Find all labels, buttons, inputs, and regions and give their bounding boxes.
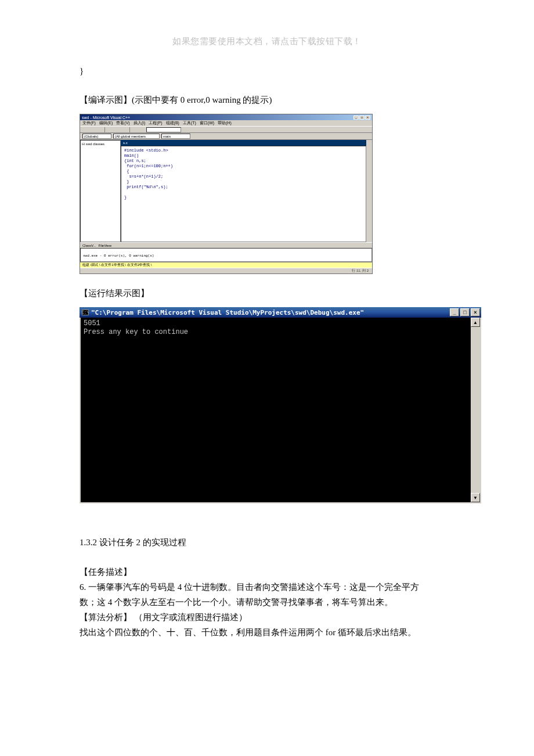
ide-lower-tabs: ClassV... FileView <box>80 242 372 248</box>
ide-screenshot: swd - Microsoft Visual C++ _ □ × 文件(F) 编… <box>80 114 373 274</box>
cmd-icon: C:\ <box>82 309 89 315</box>
ide-classview[interactable]: swd classes <box>80 140 121 242</box>
toolbar-sep <box>129 127 130 132</box>
console-titlebar: C:\ "C:\Program Files\Microsoft Visual S… <box>80 307 481 318</box>
ide-output[interactable]: swd.exe - 0 error(s), 0 warning(s) <box>80 248 372 262</box>
menu-item[interactable]: 窗口(W) <box>200 120 214 126</box>
compile-section-label: 【编译示图】(示图中要有 0 error,0 warning 的提示) <box>80 95 457 106</box>
console-title-lead: C:\ "C:\Program Files\Microsoft Visual S… <box>82 309 364 316</box>
toolbar-button[interactable] <box>114 127 120 132</box>
menu-item[interactable]: 组建(B) <box>166 120 179 126</box>
menu-item[interactable]: 查看(V) <box>116 120 129 126</box>
algo-text-1: 找出这个四位数的个、十、百、千位数，利用题目条件运用两个 <box>80 628 326 637</box>
scroll-up-icon[interactable]: ▲ <box>471 318 480 327</box>
ide-body: swd classes s.c #include <stdio.h> main(… <box>80 140 372 242</box>
menu-item[interactable]: 工程(P) <box>149 120 162 126</box>
code-area[interactable]: #include <stdio.h> main() {int n,s; for(… <box>121 146 366 242</box>
toolbar-button[interactable] <box>96 127 102 132</box>
ide-statusbar: 行 11, 列 2 <box>80 268 372 273</box>
menu-item[interactable]: 帮助(H) <box>218 120 232 126</box>
ide-editor: s.c #include <stdio.h> main() {int n,s; … <box>121 140 366 242</box>
close-icon[interactable]: × <box>471 308 480 316</box>
console-body: 5051 Press any key to continue ▲ ▼ <box>80 318 481 503</box>
scroll-down-icon[interactable]: ▼ <box>471 493 480 502</box>
task-line2: 数；这 4 个数字从左至右一个比一个小。请帮助交警寻找肇事者，将车号算出来。 <box>80 595 457 610</box>
algo-body: 找出这个四位数的个、十、百、千位数，利用题目条件运用两个 for 循环最后求出结… <box>80 625 457 640</box>
toolbar-button[interactable] <box>132 127 138 132</box>
task-block: 【任务描述】 6. 一辆肇事汽车的号码是 4 位十进制数。目击者向交警描述这个车… <box>80 564 457 640</box>
console-output: 5051 Press any key to continue <box>81 318 480 339</box>
run-result-label: 【运行结果示图】 <box>80 288 457 299</box>
maximize-icon[interactable]: □ <box>359 116 365 120</box>
toolbar-button[interactable] <box>121 127 127 132</box>
status-cursor: 行 11, 列 2 <box>352 268 369 273</box>
tab-fileview[interactable]: FileView <box>98 244 111 247</box>
console-line: 5051 <box>84 319 100 327</box>
console-title: "C:\Program Files\Microsoft Visual Studi… <box>91 309 364 316</box>
console-screenshot: C:\ "C:\Program Files\Microsoft Visual S… <box>80 307 481 503</box>
output-tab-row[interactable]: 组建 /调试 \ 在文件1中查找 \ 在文件2中查找 \ <box>82 262 151 268</box>
ide-window-buttons: _ □ × <box>353 116 370 120</box>
scope-combo[interactable]: (Globals) <box>82 134 111 139</box>
minimize-icon[interactable]: _ <box>353 116 359 120</box>
toolbar-sep <box>104 127 105 132</box>
algo-label: 【算法分析】 （用文字或流程图进行描述） <box>80 610 457 625</box>
ide-output-tabs: 组建 /调试 \ 在文件1中查找 \ 在文件2中查找 \ <box>80 262 372 268</box>
console-line: Press any key to continue <box>84 328 188 336</box>
closing-brace: } <box>80 66 457 76</box>
console-scrollbar[interactable]: ▲ ▼ <box>471 318 480 502</box>
section-1-3-2-heading: 1.3.2 设计任务 2 的实现过程 <box>80 537 457 548</box>
toolbar-button[interactable] <box>139 127 145 132</box>
menu-item[interactable]: 编辑(E) <box>99 120 113 126</box>
ide-toolbar <box>80 126 372 133</box>
menu-item[interactable]: 插入(I) <box>134 120 146 126</box>
func-combo[interactable]: main <box>161 134 190 139</box>
toolbar-button[interactable] <box>82 127 88 132</box>
toolbar-button[interactable] <box>89 127 95 132</box>
run-label-text: 【运行结果示图】 <box>80 289 149 298</box>
toolbar-button[interactable] <box>107 127 113 132</box>
ide-scrollbar[interactable] <box>366 140 372 242</box>
menu-item[interactable]: 文件(F) <box>82 120 96 126</box>
ide-title: swd - Microsoft Visual C++ <box>82 116 130 120</box>
compile-label-en: (示图中要有 0 error,0 warning 的提示) <box>132 95 272 105</box>
close-icon[interactable]: × <box>365 116 370 120</box>
toolbar-search[interactable] <box>146 127 181 132</box>
task-label: 【任务描述】 <box>80 564 457 579</box>
editor-tab[interactable]: s.c <box>121 140 366 146</box>
toolbar-button[interactable] <box>182 127 188 132</box>
console-window-buttons: _ □ × <box>450 308 480 316</box>
maximize-icon[interactable]: □ <box>460 308 470 316</box>
tree-root[interactable]: swd classes <box>82 142 119 146</box>
ide-titlebar: swd - Microsoft Visual C++ _ □ × <box>80 114 372 120</box>
algo-text-2: 循环最后求出结果。 <box>338 628 416 637</box>
ide-menubar: 文件(F) 编辑(E) 查看(V) 插入(I) 工程(P) 组建(B) 工具(T… <box>80 120 372 126</box>
tab-classview[interactable]: ClassV... <box>82 244 96 247</box>
algo-for: for <box>326 628 338 637</box>
members-combo[interactable]: (All global members <box>113 134 160 139</box>
task-line1: 6. 一辆肇事汽车的号码是 4 位十进制数。目击者向交警描述这个车号：这是一个完… <box>80 579 457 595</box>
page-header: 如果您需要使用本文档，请点击下载按钮下载！ <box>0 36 534 47</box>
minimize-icon[interactable]: _ <box>450 308 459 316</box>
ide-toolbar2: (Globals) (All global members main <box>80 133 372 140</box>
page-content: } 【编译示图】(示图中要有 0 error,0 warning 的提示) sw… <box>80 66 457 640</box>
output-line: swd.exe - 0 error(s), 0 warning(s) <box>83 254 154 258</box>
menu-item[interactable]: 工具(T) <box>183 120 196 126</box>
compile-label-cn: 【编译示图】 <box>80 95 132 105</box>
